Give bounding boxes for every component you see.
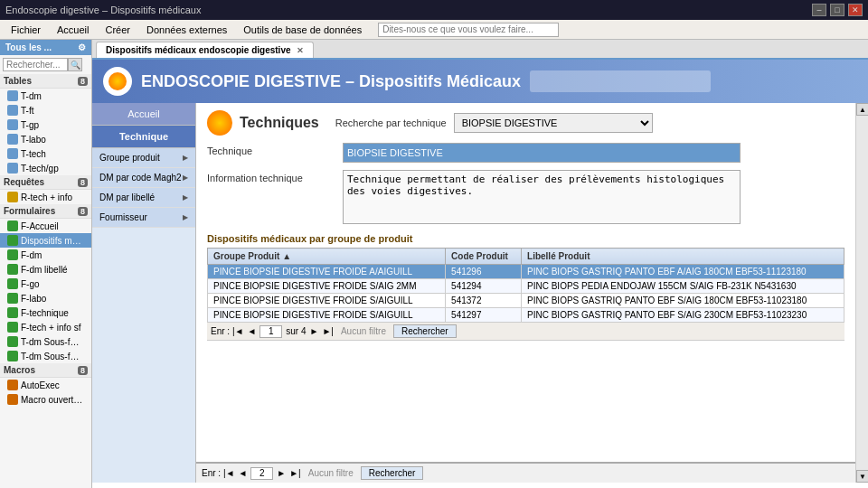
table-row[interactable]: PINCE BIOPSIE DIGESTIVE FROIDE S/AIGUILL…	[208, 308, 844, 323]
sidebar-section-macros[interactable]: Macros 8	[0, 363, 91, 378]
cell-code: 541297	[446, 308, 522, 323]
maximize-btn[interactable]: □	[830, 4, 844, 16]
sidebar-item-autoexec[interactable]: AutoExec	[0, 378, 91, 392]
help-search	[378, 23, 559, 37]
sidebar-item-fdmlibelle[interactable]: F-dm libellé	[0, 262, 91, 277]
technique-field-row: Technique	[207, 143, 844, 163]
info-technique-field-row: Information technique Technique permetta…	[207, 170, 844, 226]
sidebar-section-tables[interactable]: Tables 8	[0, 74, 91, 89]
cell-libelle: PINC BIOPS GASTRIQ PANTO EBF A/AIG 180CM…	[522, 265, 844, 279]
app-logo	[103, 67, 132, 96]
search-technique-dropdown[interactable]: BIOPSIE DIGESTIVE	[454, 113, 653, 133]
sidebar-item-rtech[interactable]: R-tech + info	[0, 190, 91, 204]
sidebar-options-icon[interactable]: ⚙	[78, 42, 86, 52]
scroll-down-btn[interactable]: ▼	[856, 470, 868, 483]
sidebar-search-input[interactable]	[3, 58, 68, 71]
sidebar-item-dispositifs[interactable]: Dispositifs médicau...	[0, 233, 91, 248]
sidebar-item-tft[interactable]: T-ft	[0, 103, 91, 117]
inner-nav-next-btn[interactable]: ►	[310, 326, 319, 336]
inner-nav-of: sur 4	[286, 326, 306, 336]
inner-search-btn[interactable]: Rechercher	[393, 324, 457, 338]
sidebar-item-ftechnique[interactable]: F-technique	[0, 305, 91, 320]
sidebar-item-fdm[interactable]: F-dm	[0, 248, 91, 262]
sidebar-item-tdm[interactable]: T-dm	[0, 89, 91, 103]
nav-item-dm-code[interactable]: DM par code Magh2 ▶	[92, 168, 195, 188]
outer-filter-label: Aucun filtre	[308, 468, 354, 478]
nav-btn-accueil[interactable]: Accueil	[92, 103, 195, 126]
sidebar-item-tdmsous1[interactable]: T-dm Sous-formul...	[0, 334, 91, 349]
form-title-row: Techniques Recherche par technique BIOPS…	[207, 110, 844, 136]
sidebar-section-formulaires-badge: 8	[78, 207, 88, 216]
search-row: Recherche par technique BIOPSIE DIGESTIV…	[335, 113, 653, 133]
cell-groupe: PINCE BIOPSIE DIGESTIVE FROIDE S/AIGUILL	[208, 308, 446, 323]
main-layout: Tous les ... ⚙ 🔍 Tables 8 T-dm T-ft T-gp…	[0, 40, 868, 488]
cell-groupe: PINCE BIOPSIE DIGESTIVE FROIDE S/AIGUILL	[208, 294, 446, 308]
col-header-libelle[interactable]: Libellé Produit	[522, 249, 844, 265]
outer-nav-last-btn[interactable]: ►|	[289, 468, 301, 478]
tab-label: Dispositifs médicaux endoscopie digestiv…	[106, 45, 291, 55]
inner-nav-prev-btn[interactable]: ◄	[247, 326, 256, 336]
outer-search-btn[interactable]: Rechercher	[361, 466, 424, 480]
sidebar-item-tdmsous2[interactable]: T-dm Sous-formul...	[0, 349, 91, 363]
outer-nav-prev-btn[interactable]: ◄	[238, 468, 247, 478]
table-icon	[7, 90, 18, 101]
cell-libelle: PINC BIOPS GASTRIQ PANTO EBF S/AIG 230CM…	[522, 308, 844, 323]
outer-nav-next-btn[interactable]: ►	[277, 468, 286, 478]
header-blurred-image	[530, 70, 711, 92]
table-section-title: Dispositifs médicaux par groupe de produ…	[207, 233, 844, 244]
sidebar-section-formulaires[interactable]: Formulaires 8	[0, 204, 91, 219]
form-logo	[207, 110, 232, 136]
menu-donnees[interactable]: Données externes	[139, 23, 234, 37]
sidebar-section-macros-badge: 8	[78, 366, 88, 375]
info-technique-textarea[interactable]: Technique permettant de réaliser des pré…	[343, 170, 741, 224]
sidebar-search-btn[interactable]: 🔍	[68, 58, 82, 71]
table-row[interactable]: PINCE BIOPSIE DIGESTIVE FROIDE A/AIGUILL…	[208, 265, 844, 279]
sidebar-item-tgp[interactable]: T-gp	[0, 117, 91, 132]
table-section: Dispositifs médicaux par groupe de produ…	[207, 233, 844, 341]
tab-close-btn[interactable]: ✕	[297, 46, 304, 55]
sidebar-item-ttech[interactable]: T-tech	[0, 146, 91, 161]
form-icon	[7, 307, 18, 318]
close-btn[interactable]: ✕	[848, 4, 863, 16]
tab-dispositifs[interactable]: Dispositifs médicaux endoscopie digestiv…	[96, 42, 314, 58]
nav-btn-technique[interactable]: Technique	[92, 126, 195, 148]
sidebar: Tous les ... ⚙ 🔍 Tables 8 T-dm T-ft T-gp…	[0, 40, 92, 488]
nav-item-fournisseur[interactable]: Fournisseur ▶	[92, 208, 195, 228]
inner-nav-record-num[interactable]	[259, 325, 282, 338]
inner-nav-last-btn[interactable]: ►|	[322, 326, 334, 336]
col-header-groupe[interactable]: Groupe Produit ▲	[208, 249, 446, 265]
scrollbar: ▲ ▼	[855, 103, 868, 483]
menu-fichier[interactable]: Fichier	[4, 23, 48, 37]
macro-icon	[7, 394, 18, 405]
technique-input[interactable]	[343, 143, 741, 163]
window-title: Endoscopie digestive – Dispositifs médic…	[5, 5, 201, 15]
sidebar-item-flabo[interactable]: F-labo	[0, 291, 91, 305]
sidebar-search: 🔍	[0, 55, 91, 74]
table-icon	[7, 163, 18, 174]
minimize-btn[interactable]: –	[812, 4, 826, 16]
menu-accueil[interactable]: Accueil	[50, 23, 96, 37]
menu-outils[interactable]: Outils de base de données	[236, 23, 369, 37]
sort-icon: ▲	[282, 251, 291, 261]
sidebar-item-macro-ouverture[interactable]: Macro ouverture ac...	[0, 392, 91, 407]
sidebar-item-fgo[interactable]: F-go	[0, 277, 91, 291]
table-row[interactable]: PINCE BIOPSIE DIGESTIVE FROIDE S/AIG 2MM…	[208, 279, 844, 294]
scroll-track[interactable]	[856, 116, 868, 470]
form-content: Techniques Recherche par technique BIOPS…	[196, 103, 855, 462]
sidebar-item-ttechgp[interactable]: T-tech/gp	[0, 161, 91, 175]
sidebar-item-ftechinfo[interactable]: F-tech + info sf	[0, 320, 91, 334]
form-icon	[7, 293, 18, 304]
form-icon	[7, 235, 18, 246]
outer-nav-record-num[interactable]	[250, 467, 273, 480]
scroll-up-btn[interactable]: ▲	[856, 103, 868, 116]
sidebar-item-tlabo[interactable]: T-labo	[0, 132, 91, 146]
nav-item-dm-libelle[interactable]: DM par libellé ▶	[92, 188, 195, 208]
sidebar-item-faccueil[interactable]: F-Accueil	[0, 219, 91, 233]
menu-bar: Fichier Accueil Créer Données externes O…	[0, 20, 868, 40]
help-search-input[interactable]	[378, 23, 559, 37]
table-row[interactable]: PINCE BIOPSIE DIGESTIVE FROIDE S/AIGUILL…	[208, 294, 844, 308]
menu-creer[interactable]: Créer	[98, 23, 137, 37]
col-header-code[interactable]: Code Produit	[446, 249, 522, 265]
nav-item-groupe-produit[interactable]: Groupe produit ▶	[92, 148, 195, 168]
sidebar-section-requetes[interactable]: Requêtes 8	[0, 175, 91, 190]
